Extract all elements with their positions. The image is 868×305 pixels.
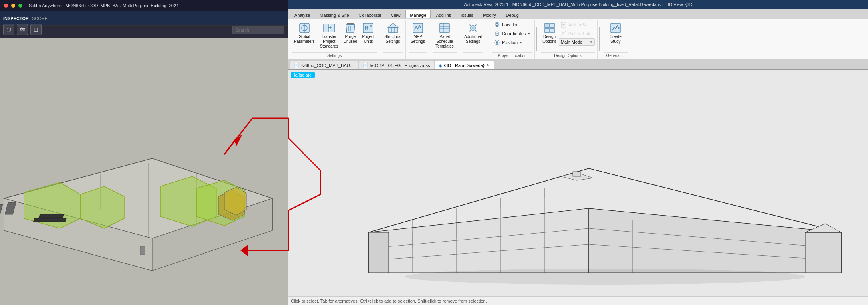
tab-cod-mpb[interactable]: 📄 N66nb_COD_MPB_BAU...	[290, 61, 358, 69]
hide-isolate-label: le/Isolate	[294, 73, 312, 77]
design-options-icon	[543, 22, 556, 34]
global-parameters-icon	[298, 22, 311, 34]
tab-cod-icon: 📄	[294, 63, 300, 68]
create-study-icon	[609, 22, 622, 34]
tab-issues[interactable]: Issues	[456, 10, 478, 18]
tab-mobp-eg[interactable]: 📄 M.OBP - 01.EG - Erdgeschoss	[359, 61, 435, 69]
tab-manage[interactable]: Manage	[405, 10, 431, 18]
view-toolbar: le/Isolate	[288, 70, 868, 80]
purge-unused-button[interactable]: PurgeUnused	[342, 21, 359, 45]
mep-settings-label: MEPSettings	[411, 34, 425, 44]
minimize-dot[interactable]	[11, 4, 15, 8]
project-location-group: Location Coordinates ▼	[490, 20, 535, 59]
tab-debug[interactable]: Debug	[501, 10, 523, 18]
maximize-dot[interactable]	[18, 4, 22, 8]
solibri-icon-grid[interactable]: ⊞	[30, 24, 42, 35]
tab-3d-close[interactable]: ✕	[487, 63, 490, 67]
pick-to-edit-button[interactable]: Pick to Edit	[559, 30, 595, 38]
additional-settings-label: AdditionalSettings	[464, 34, 482, 44]
hide-isolate-button[interactable]: le/Isolate	[291, 72, 315, 78]
design-options-button[interactable]: DesignOptions	[541, 21, 558, 45]
project-units-label: ProjectUnits	[362, 34, 375, 44]
location-icon	[494, 22, 500, 28]
panel-schedule-group-items: Panel ScheduleTemplates	[433, 21, 457, 52]
coordinates-button[interactable]: Coordinates ▼	[492, 30, 532, 38]
additional-settings-group: AdditionalSettings	[460, 20, 486, 59]
add-to-set-icon	[560, 22, 567, 28]
svg-rect-40	[440, 23, 449, 33]
coordinates-label: Coordinates	[502, 31, 526, 36]
design-options-group: DesignOptions Add to Set	[538, 20, 597, 59]
solibri-icon-map[interactable]: 🗺	[17, 24, 28, 35]
window-tabs-bar: 📄 N66nb_COD_MPB_BAU... 📄 M.OBP - 01.EG -…	[288, 59, 868, 70]
position-dropdown-arrow[interactable]: ▼	[519, 41, 522, 44]
location-button[interactable]: Location	[492, 21, 532, 29]
left-icons-bar: ⬡ 🗺 ⊞	[3, 24, 42, 35]
svg-point-45	[472, 27, 474, 29]
nav-inspector[interactable]: INSPECTOR	[3, 16, 29, 21]
tab-addins[interactable]: Add-Ins	[431, 10, 455, 18]
create-study-button[interactable]: Create Study	[604, 21, 628, 45]
close-dot[interactable]	[4, 4, 8, 8]
revit-title-text: Autodesk Revit 2023.1 - MON66nb_COD_MPB_…	[464, 2, 692, 7]
revit-statusbar: Click to select. Tab for alternatives. C…	[288, 296, 868, 305]
structural-group-label	[383, 52, 403, 58]
tab-view[interactable]: View	[387, 10, 405, 18]
svg-rect-17	[33, 218, 66, 222]
structural-settings-button[interactable]: StructuralSettings	[383, 21, 403, 45]
create-study-group: Create Study Generati...	[601, 20, 630, 59]
tab-massing[interactable]: Massing & Site	[315, 10, 353, 18]
tab-mobp-label: M.OBP - 01.EG - Erdgeschoss	[370, 63, 430, 68]
position-button[interactable]: Position ▼	[492, 38, 532, 46]
tab-collaborate[interactable]: Collaborate	[354, 10, 386, 18]
settings-group-label: Settings	[292, 52, 377, 58]
revit-building-svg	[288, 80, 868, 305]
structural-settings-label: StructuralSettings	[384, 34, 401, 44]
svg-point-91	[405, 269, 805, 285]
main-model-arrow[interactable]: ▼	[590, 40, 593, 44]
mep-settings-button[interactable]: MEPSettings	[409, 21, 427, 45]
main-model-label: Main Model	[561, 40, 584, 44]
settings-group: GlobalParameters TransferProject Standar…	[290, 20, 379, 59]
tab-3d-rafal[interactable]: ◈ {3D - Rafal.Gaweda} ✕	[435, 61, 494, 69]
panel-schedule-group: Panel ScheduleTemplates	[430, 20, 459, 59]
add-to-set-button[interactable]: Add to Set	[559, 21, 595, 29]
design-options-right-col: Add to Set Pick to Edit Main Model ▼	[559, 21, 595, 46]
coordinates-dropdown-arrow[interactable]: ▼	[527, 32, 530, 36]
main-model-dropdown-button[interactable]: Main Model ▼	[559, 38, 595, 46]
svg-rect-26	[324, 24, 328, 32]
solibri-title-bar: Solibri Anywhere - MON66nb_COD_MPB_BAU M…	[0, 0, 288, 11]
panel-schedule-templates-button[interactable]: Panel ScheduleTemplates	[433, 21, 457, 50]
global-parameters-button[interactable]: GlobalParameters	[292, 21, 316, 45]
search-bar[interactable]	[232, 26, 284, 34]
revit-title-bar: Autodesk Revit 2023.1 - MON66nb_COD_MPB_…	[288, 0, 868, 9]
transfer-project-standards-button[interactable]: TransferProject Standards	[317, 21, 341, 50]
solibri-title-text: Solibri Anywhere - MON66nb_COD_MPB_BAU M…	[29, 3, 179, 8]
tab-analyze[interactable]: Analyze	[290, 10, 314, 18]
svg-point-46	[496, 23, 498, 26]
solibri-building-svg	[0, 38, 288, 305]
project-units-button[interactable]: ft m ProjectUnits	[360, 21, 377, 45]
global-parameters-label: GlobalParameters	[294, 34, 315, 44]
solibri-toolbar: INSPECTOR SCORE	[0, 11, 288, 26]
additional-settings-button[interactable]: AdditionalSettings	[463, 21, 483, 45]
solibri-viewport	[0, 38, 288, 305]
search-input[interactable]	[232, 26, 284, 34]
design-options-group-label: Design Options	[541, 52, 594, 58]
separator-3	[599, 27, 600, 51]
ribbon: Analyze Massing & Site Collaborate View …	[288, 9, 868, 60]
separator-1	[488, 27, 488, 51]
location-label: Location	[502, 22, 519, 27]
svg-rect-55	[550, 28, 554, 33]
svg-rect-18	[39, 214, 64, 218]
tab-3d-icon: ◈	[439, 63, 442, 68]
nav-score[interactable]: SCORE	[32, 16, 48, 21]
settings-group-items: GlobalParameters TransferProject Standar…	[292, 21, 377, 52]
panel-schedule-icon	[438, 22, 451, 34]
create-study-group-label: Generati...	[604, 52, 628, 58]
additional-settings-group-label	[463, 52, 483, 58]
solibri-icon-hex[interactable]: ⬡	[3, 24, 14, 35]
tab-3d-label: {3D - Rafal.Gaweda}	[444, 63, 484, 68]
coordinates-icon	[494, 30, 500, 37]
tab-modify[interactable]: Modify	[479, 10, 500, 18]
